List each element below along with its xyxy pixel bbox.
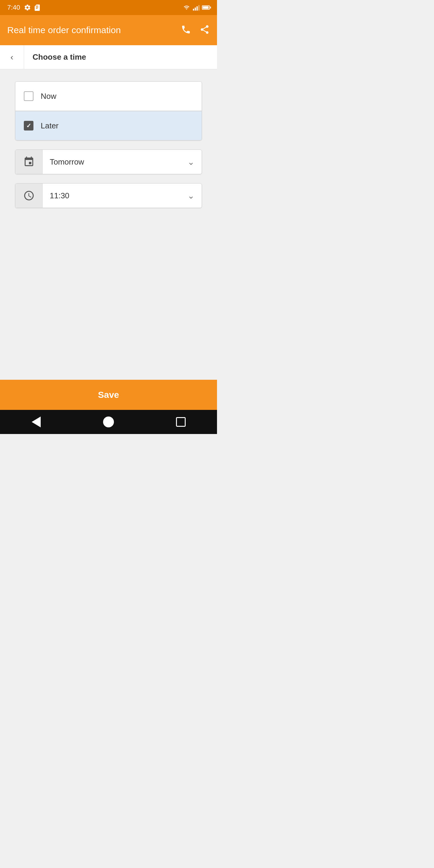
status-icons: [24, 4, 41, 11]
status-bar-left: 7:40: [7, 4, 41, 11]
nav-recents-icon: [176, 417, 186, 427]
later-checkbox-checked: [24, 121, 33, 130]
save-bar[interactable]: Save: [0, 380, 217, 410]
sim-card-icon: [33, 4, 41, 11]
time-dropdown-row: 11:30 ⌄: [15, 183, 202, 208]
calendar-icon-box: [16, 150, 42, 174]
clock-icon: [23, 190, 35, 201]
status-bar-right: [183, 4, 210, 10]
later-checkbox[interactable]: [23, 120, 35, 132]
nav-home-icon: [103, 416, 114, 427]
calendar-icon: [23, 156, 35, 167]
save-button[interactable]: Save: [98, 390, 119, 400]
time-chevron-icon: ⌄: [187, 191, 194, 201]
now-checkbox-unchecked: [24, 91, 33, 101]
back-icon: ‹: [10, 53, 13, 62]
gear-icon: [24, 4, 31, 11]
clock-icon-box: [16, 184, 42, 208]
back-button[interactable]: ‹: [0, 45, 24, 69]
options-group: Now Later: [15, 82, 202, 141]
later-option[interactable]: Later: [15, 111, 202, 141]
nav-back-icon: [32, 416, 41, 427]
status-time: 7:40: [7, 4, 20, 11]
date-chevron-icon: ⌄: [187, 157, 194, 167]
nav-bar: [0, 410, 217, 434]
date-value: Tomorrow: [50, 157, 84, 167]
nav-recents-button[interactable]: [172, 413, 190, 431]
phone-icon[interactable]: [181, 24, 191, 36]
battery-icon: [202, 5, 210, 10]
share-icon[interactable]: [199, 24, 210, 36]
date-dropdown[interactable]: Tomorrow ⌄: [42, 150, 202, 174]
time-dropdown[interactable]: 11:30 ⌄: [42, 184, 202, 208]
wifi-icon: [183, 4, 190, 10]
status-bar: 7:40: [0, 0, 217, 15]
nav-home-button[interactable]: [99, 413, 118, 431]
now-label: Now: [41, 92, 56, 101]
sub-header-title: Choose a time: [24, 53, 86, 62]
nav-back-button[interactable]: [27, 413, 45, 431]
now-checkbox[interactable]: [23, 90, 35, 102]
time-value: 11:30: [50, 191, 69, 200]
app-bar-actions: [181, 24, 210, 36]
sub-header: ‹ Choose a time: [0, 45, 217, 69]
now-option[interactable]: Now: [15, 82, 202, 111]
content: Now Later Tomorrow ⌄ 11:30: [0, 69, 217, 229]
app-title: Real time order confirmation: [7, 25, 181, 35]
app-bar: Real time order confirmation: [0, 15, 217, 45]
date-dropdown-row: Tomorrow ⌄: [15, 150, 202, 174]
signal-icon: [193, 4, 199, 10]
later-label: Later: [41, 121, 59, 130]
